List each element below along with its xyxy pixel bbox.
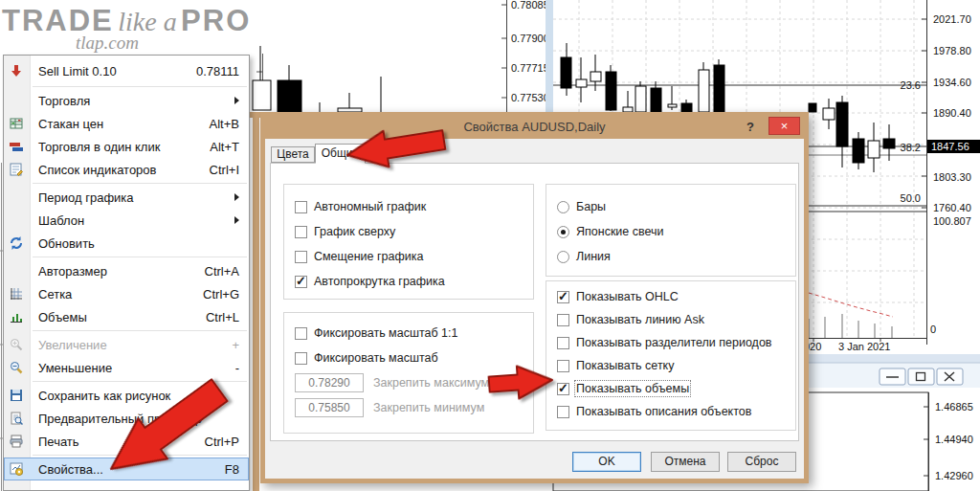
grid-icon	[9, 286, 24, 301]
menu-item-label: Уменьшение	[38, 361, 112, 375]
menu-item-sell-limit[interactable]: Sell Limit 0.10 0.78111	[4, 57, 249, 84]
checkbox-box[interactable]	[295, 327, 307, 340]
checkbox-box[interactable]	[557, 337, 569, 349]
reset-button[interactable]: Сброс	[727, 452, 796, 472]
checkbox-box[interactable]	[557, 406, 569, 418]
ok-button[interactable]: OK	[572, 452, 641, 472]
menu-item-save-as-picture[interactable]: Сохранить как рисунок	[4, 384, 249, 407]
checkbox-chart-foreground[interactable]: График сверху	[284, 219, 533, 244]
window-close-button[interactable]	[937, 368, 963, 385]
gold-candles-top	[561, 43, 724, 112]
dialog-title: Свойства AUDUSD,Daily	[265, 120, 804, 134]
axis-label: 0.77900	[511, 33, 549, 44]
window-minimize-button[interactable]	[880, 368, 905, 385]
dialog-titlebar[interactable]: Свойства AUDUSD,Daily ? ×	[265, 117, 804, 139]
menu-shortcut: -	[235, 361, 239, 375]
checkbox-box[interactable]	[557, 291, 569, 303]
checkbox-label: Показывать описания объектов	[576, 405, 751, 418]
menu-shortcut: Alt+B	[210, 117, 239, 131]
checkbox-chart-shift[interactable]: Смещение графика	[284, 244, 533, 269]
menu-item-grid[interactable]: Сетка Ctrl+G	[4, 282, 249, 305]
menu-item-volumes[interactable]: Объемы Ctrl+L	[4, 305, 249, 328]
menu-item-label: Сетка	[38, 287, 72, 301]
menu-item-print[interactable]: Печать Ctrl+P	[4, 430, 249, 453]
group-chart-options: Автономный график График сверху Смещение…	[283, 184, 534, 300]
checkbox-label: Показывать линию Ask	[576, 313, 704, 326]
axis-label: 1.46865	[935, 401, 973, 413]
menu-item-refresh[interactable]: Обновить	[4, 232, 249, 255]
close-button[interactable]: ×	[768, 117, 800, 135]
checkbox-show-grid[interactable]: Показывать сетку	[546, 354, 795, 377]
checkbox-box[interactable]	[557, 383, 569, 395]
checkbox-box[interactable]	[295, 201, 307, 213]
checkbox-box[interactable]	[295, 251, 307, 263]
menu-item-trade[interactable]: Торговля	[4, 89, 249, 112]
help-button[interactable]: ?	[742, 119, 759, 136]
checkbox-label: Показывать объемы	[576, 382, 689, 395]
menu-item-value: 0.78111	[196, 64, 239, 78]
tab-general[interactable]: Общие	[315, 144, 366, 164]
axis-label: 1760.40	[933, 202, 971, 213]
checkbox-box[interactable]	[295, 352, 307, 365]
menu-shortcut: Ctrl+L	[206, 310, 239, 324]
menu-item-indicator-list[interactable]: Список индикаторов Ctrl+I	[4, 158, 249, 181]
cancel-button[interactable]: Отмена	[651, 452, 720, 472]
menu-item-label: Список индикаторов	[38, 163, 156, 177]
checkbox-box[interactable]	[295, 226, 307, 238]
menu-shortcut: F8	[225, 462, 239, 477]
menu-item-template[interactable]: Шаблон	[4, 209, 249, 232]
menu-item-label: Торговля	[38, 94, 90, 108]
checkbox-show-ohlc[interactable]: Показывать OHLC	[546, 285, 795, 308]
menu-item-zoom-out[interactable]: Уменьшение -	[4, 356, 249, 379]
fixed-maximum-label: Закрепить максимум	[373, 376, 489, 390]
radio-circle[interactable]	[557, 201, 569, 213]
checkbox-box[interactable]	[295, 276, 307, 288]
current-price-tag: 1847.56	[931, 141, 969, 152]
menu-item-label: Торговля в один клик	[38, 140, 160, 154]
window-frame-strip	[253, 112, 259, 491]
radio-line[interactable]: Линия	[546, 244, 795, 269]
fixed-maximum-input	[295, 373, 364, 392]
menu-separator	[33, 330, 247, 331]
checkbox-show-object-descriptions[interactable]: Показывать описания объектов	[546, 400, 795, 423]
print-icon	[9, 434, 24, 449]
menu-item-label: Печать	[38, 435, 79, 449]
menu-separator	[33, 381, 247, 382]
menu-item-one-click-trading[interactable]: Торговля в один клик Alt+T	[4, 135, 249, 158]
window-restore-button[interactable]	[908, 368, 934, 385]
axis-label: 1803.30	[933, 171, 971, 183]
checkbox-label: Автономный график	[314, 200, 426, 213]
fib-label: 23.6	[901, 79, 921, 91]
menu-item-label: Увеличение	[38, 338, 107, 352]
radio-candlesticks[interactable]: Японские свечи	[546, 219, 795, 244]
save-picture-icon	[9, 388, 24, 403]
checkbox-autoscroll[interactable]: Автопрокрутка графика	[284, 269, 533, 294]
group-show-options: Показывать OHLC Показывать линию Ask Пок…	[546, 280, 796, 431]
checkbox-label: Фиксировать масштаб 1:1	[314, 326, 458, 340]
radio-bars[interactable]: Бары	[546, 194, 795, 219]
menu-item-chart-period[interactable]: Период графика	[4, 186, 249, 209]
menu-item-market-depth[interactable]: Стакан цен Alt+B	[4, 112, 249, 135]
axis-label: 0.78085	[511, 0, 549, 11]
volumes-icon	[9, 309, 24, 324]
zoom-in-icon	[9, 337, 24, 352]
menu-item-print-preview[interactable]: Предварительный просмотр	[4, 407, 249, 430]
radio-circle[interactable]	[557, 226, 569, 238]
checkbox-show-ask-line[interactable]: Показывать линию Ask	[546, 308, 795, 331]
radio-circle[interactable]	[557, 251, 569, 263]
checkbox-scale-fix[interactable]: Фиксировать масштаб	[284, 346, 533, 370]
checkbox-offline-chart[interactable]: Автономный график	[284, 194, 533, 219]
checkbox-box[interactable]	[557, 314, 569, 326]
checkbox-box[interactable]	[557, 360, 569, 372]
tab-colors[interactable]: Цвета	[271, 146, 315, 163]
menu-item-properties[interactable]: Свойства... F8	[4, 458, 249, 480]
gold-price-axis: 2021.70 1978.80 1934.60 1890.40 1847.56 …	[901, 0, 980, 345]
submenu-arrow-icon	[234, 193, 239, 201]
checkbox-show-volumes[interactable]: Показывать объемы	[546, 377, 795, 400]
tlap-logo: TRADE like a PRO tlap.com	[2, 4, 243, 54]
checkbox-scale-one-to-one[interactable]: Фиксировать масштаб 1:1	[284, 321, 533, 346]
time-label: 3 Jan 2021	[838, 341, 890, 352]
checkbox-show-period-separators[interactable]: Показывать разделители периодов	[546, 331, 795, 354]
menu-item-autosize[interactable]: Авторазмер Ctrl+A	[4, 259, 249, 282]
menu-item-zoom-in: Увеличение +	[4, 333, 249, 356]
